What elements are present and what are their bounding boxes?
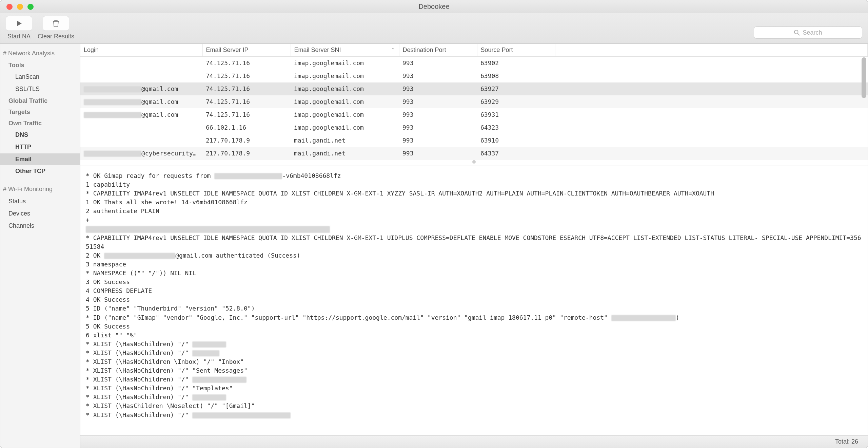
sidebar: # Network Analysis Tools LanScan SSL/TLS… [0,44,80,448]
cell-dport: 993 [399,95,477,108]
col-dest-port[interactable]: Destination Port [399,44,477,57]
table-scrollbar[interactable] [862,57,866,163]
cell-sni: imap.googlemail.com [291,70,399,82]
redacted-user [104,253,175,259]
redacted-login [84,99,141,105]
redacted-folder [192,377,246,383]
toolbar-clear-group: Clear Results [38,16,74,40]
cell-login [80,70,202,82]
svg-marker-0 [17,21,22,26]
sidebar-item-othertcp[interactable]: Other TCP [0,165,80,178]
sidebar-head-wifi: # Wi-Fi Monitoring [0,182,80,195]
table-row[interactable]: 74.125.71.16imap.googlemail.com99363902 [80,57,868,70]
sidebar-item-lanscan[interactable]: LanScan [0,71,80,83]
cell-sport: 64337 [477,147,555,160]
clear-results-button[interactable] [43,16,69,31]
cell-sni: imap.googlemail.com [291,57,399,70]
svg-line-2 [798,34,800,35]
col-src-port[interactable]: Source Port [477,44,555,57]
sidebar-item-email[interactable]: Email [0,153,80,166]
imap-detail-pane[interactable]: * OK Gimap ready for requests from -v6mb… [80,166,868,435]
cell-sport: 63908 [477,70,555,82]
cell-login: @gmail.com [80,95,202,108]
redacted-ip [214,173,282,179]
redacted-login [84,86,141,92]
cell-sport: 63929 [477,95,555,108]
status-total: Total: 26 [835,438,858,445]
sidebar-item-channels[interactable]: Channels [0,220,80,232]
redacted-auth [86,226,330,233]
cell-dport: 993 [399,82,477,95]
email-table: Login Email Server IP Email Server SNI⌃ … [80,44,868,166]
titlebar: Debookee [0,0,868,13]
redacted-host [611,315,676,321]
cell-sni: imap.googlemail.com [291,121,399,134]
cell-ip: 217.70.178.9 [202,147,291,160]
trash-icon [53,20,59,27]
sidebar-item-dns[interactable]: DNS [0,129,80,141]
col-server-ip[interactable]: Email Server IP [202,44,291,57]
cell-login: @gmail.com [80,108,202,121]
table-row[interactable]: @gmail.com74.125.71.16imap.googlemail.co… [80,108,868,121]
cell-sport: 63927 [477,82,555,95]
table-row[interactable]: @gmail.com74.125.71.16imap.googlemail.co… [80,82,868,95]
scrollbar-thumb[interactable] [862,57,866,98]
cell-login [80,134,202,147]
cell-sport: 64323 [477,121,555,134]
chevron-up-icon: ⌃ [391,47,395,53]
sidebar-item-http[interactable]: HTTP [0,141,80,153]
cell-dport: 993 [399,70,477,82]
sidebar-section-tools[interactable]: Tools [0,60,80,71]
search-placeholder: Search [803,29,822,36]
start-na-label: Start NA [7,33,31,40]
cell-sport: 63910 [477,134,555,147]
sidebar-section-global[interactable]: Global Traffic [0,95,80,107]
cell-dport: 993 [399,57,477,70]
cell-sni: imap.googlemail.com [291,108,399,121]
cell-ip: 74.125.71.16 [202,82,291,95]
sidebar-item-ssltls[interactable]: SSL/TLS [0,83,80,95]
table-header-row: Login Email Server IP Email Server SNI⌃ … [80,44,868,57]
cell-sni: mail.gandi.net [291,147,399,160]
table-body: 74.125.71.16imap.googlemail.com993639027… [80,57,868,160]
table-row[interactable]: 74.125.71.16imap.googlemail.com99363908 [80,70,868,82]
cell-ip: 74.125.71.16 [202,57,291,70]
col-spacer [555,44,868,57]
cell-ip: 217.70.178.9 [202,134,291,147]
table-row[interactable]: @gmail.com74.125.71.16imap.googlemail.co… [80,95,868,108]
sidebar-section-own[interactable]: Own Traffic [0,118,80,129]
splitter-handle-icon[interactable] [472,160,476,164]
redacted-folder [192,350,219,356]
cell-login [80,121,202,134]
cell-sni: imap.googlemail.com [291,95,399,108]
main-area: Login Email Server IP Email Server SNI⌃ … [80,44,868,448]
cell-dport: 993 [399,147,477,160]
table-row[interactable]: 66.102.1.16imap.googlemail.com99364323 [80,121,868,134]
col-login[interactable]: Login [80,44,202,57]
search-input[interactable]: Search [754,26,862,39]
svg-point-1 [794,30,798,34]
start-na-button[interactable] [6,16,32,31]
cell-sni: imap.googlemail.com [291,82,399,95]
app-window: Debookee Start NA Clear Results Search #… [0,0,868,448]
sidebar-section-targets[interactable]: Targets [0,107,80,118]
status-bar: Total: 26 [80,435,868,448]
cell-dport: 993 [399,108,477,121]
cell-login [80,57,202,70]
cell-sport: 63931 [477,108,555,121]
table-row[interactable]: @cybersecurityallia…217.70.178.9mail.gan… [80,147,868,160]
sidebar-item-status[interactable]: Status [0,195,80,208]
cell-login: @gmail.com [80,82,202,95]
col-server-sni[interactable]: Email Server SNI⌃ [291,44,399,57]
redacted-login [84,151,141,157]
window-title: Debookee [0,3,868,11]
cell-ip: 74.125.71.16 [202,108,291,121]
toolbar-start-group: Start NA [6,16,32,40]
clear-results-label: Clear Results [38,33,74,40]
cell-sni: mail.gandi.net [291,134,399,147]
sidebar-item-devices[interactable]: Devices [0,208,80,220]
cell-sport: 63902 [477,57,555,70]
play-icon [16,20,22,27]
cell-ip: 66.102.1.16 [202,121,291,134]
table-row[interactable]: 217.70.178.9mail.gandi.net99363910 [80,134,868,147]
